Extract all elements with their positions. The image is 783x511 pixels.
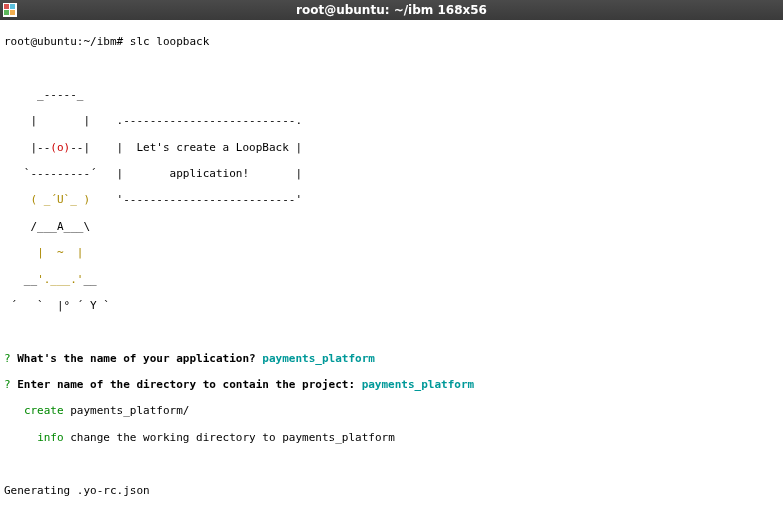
question-line: ? What's the name of your application? p…: [4, 352, 779, 365]
ascii-art-line: /___A___\: [4, 220, 779, 233]
svg-rect-2: [10, 4, 15, 9]
ascii-art-line: `---------´ | application! |: [4, 167, 779, 180]
ascii-art-line: _-----_: [4, 88, 779, 101]
app-icon: [0, 0, 20, 20]
ascii-art-line: |--(o)--| | Let's create a LoopBack |: [4, 141, 779, 154]
ascii-art-line: ( _´U`_ ) '--------------------------': [4, 193, 779, 206]
question-line: ? Enter name of the directory to contain…: [4, 378, 779, 391]
terminal-output[interactable]: root@ubuntu:~/ibm# slc loopback _-----_ …: [0, 20, 783, 511]
generating-line: Generating .yo-rc.json: [4, 484, 779, 497]
info-line: info change the working directory to pay…: [4, 431, 779, 444]
svg-rect-1: [4, 4, 9, 9]
svg-rect-4: [10, 10, 15, 15]
window-titlebar: root@ubuntu: ~/ibm 168x56: [0, 0, 783, 20]
ascii-art-line: | | .--------------------------.: [4, 114, 779, 127]
prompt-command: slc loopback: [130, 35, 209, 48]
ascii-art-line: __'.___.'__: [4, 273, 779, 286]
ascii-art-line: | ~ |: [4, 246, 779, 259]
prompt-userhost: root@ubuntu:~/ibm#: [4, 35, 123, 48]
create-line: create payments_platform/: [4, 404, 779, 417]
window-title: root@ubuntu: ~/ibm 168x56: [24, 3, 783, 17]
ascii-art-line: ´ ` |° ´ Y `: [4, 299, 779, 312]
svg-rect-3: [4, 10, 9, 15]
